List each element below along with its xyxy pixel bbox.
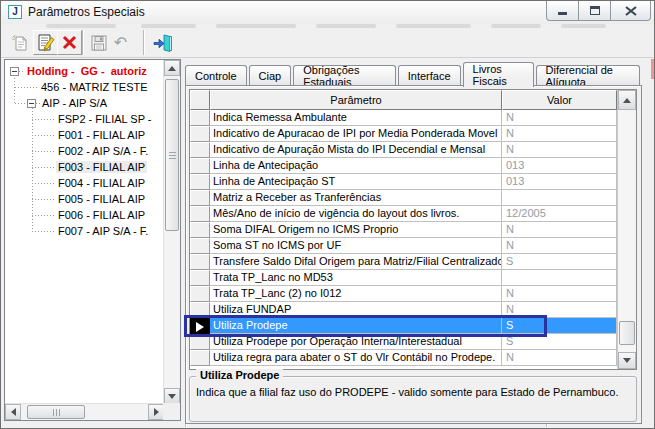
tree-item-label[interactable]: Holding - GG - autoriz <box>25 65 149 77</box>
company-tree: Holding - GG - autoriz 456 - MATRIZ TEST… <box>6 61 163 403</box>
scroll-down-button[interactable] <box>164 388 180 404</box>
tab-ciap[interactable]: Ciap <box>249 65 292 86</box>
tree-item-f002[interactable]: F002 - AIP S/A - F. <box>6 143 163 159</box>
parametros-especiais-window: J Parâmetros Especiais <box>0 0 655 429</box>
scroll-up-button[interactable] <box>618 90 636 110</box>
delete-icon <box>61 34 78 51</box>
window-controls <box>547 1 651 21</box>
window-title: Parâmetros Especiais <box>28 5 145 19</box>
tree-item-fsp2[interactable]: FSP2 - FILIAL SP - <box>6 111 163 127</box>
tree-item-label[interactable]: F003 - FILIAL AIP <box>56 161 147 173</box>
tree-item-label[interactable]: F004 - FILIAL AIP <box>56 177 147 189</box>
tree-connector-line <box>14 75 15 104</box>
tree-item-aip[interactable]: AIP - AIP S/A <box>6 95 163 111</box>
app-icon: J <box>8 5 22 19</box>
tree-item-label[interactable]: 456 - MATRIZ TESTE <box>39 81 150 93</box>
table-row[interactable]: Mês/Ano de início de vigência do layout … <box>190 206 636 222</box>
tab-diferencial-de-aliquota[interactable]: Diferencial de Alíquota <box>536 65 640 86</box>
table-row[interactable]: Trata TP_Lanc no MD53 <box>190 270 636 286</box>
tree-item-f004[interactable]: F004 - FILIAL AIP <box>6 175 163 191</box>
tree-item-label[interactable]: F007 - AIP S/A - F. <box>56 225 150 237</box>
toolbar-separator <box>82 30 84 55</box>
grid-header: Parâmetro Valor <box>190 90 636 110</box>
exit-icon <box>152 33 174 53</box>
tree-item-f006[interactable]: F006 - FILIAL AIP <box>6 207 163 223</box>
background-red-edge <box>651 59 654 79</box>
close-button[interactable] <box>610 1 651 21</box>
table-row[interactable]: Soma ST no ICMS por UF N <box>190 238 636 254</box>
new-record-button[interactable] <box>7 30 32 55</box>
minimize-button[interactable] <box>546 1 579 21</box>
restore-icon <box>590 6 600 15</box>
restore-button[interactable] <box>578 1 611 21</box>
minimize-icon <box>558 12 567 15</box>
table-row[interactable]: Utiliza Prodepe por Operação Interna/Int… <box>190 334 636 350</box>
up-arrow-icon <box>623 98 631 103</box>
tree-item-label[interactable]: AIP - AIP S/A <box>40 97 109 109</box>
table-row[interactable]: Indicativo de Apuração Mista do IPI Dece… <box>190 142 636 158</box>
table-row[interactable]: Matriz a Receber as Tranferências <box>190 190 636 206</box>
table-row[interactable]: Soma DIFAL Origem no ICMS Proprio N <box>190 222 636 238</box>
detail-title: Utiliza Prodepe <box>196 369 283 381</box>
tab-controle[interactable]: Controle <box>185 65 247 86</box>
scroll-left-button[interactable] <box>5 404 21 420</box>
delete-button[interactable] <box>57 30 82 55</box>
collapse-icon[interactable] <box>10 67 19 76</box>
tree-item-label[interactable]: F006 - FILIAL AIP <box>56 209 147 221</box>
row-pointer-icon <box>196 322 204 332</box>
tree-item-label[interactable]: FSP2 - FILIAL SP - <box>56 113 154 125</box>
up-arrow-icon <box>168 66 176 71</box>
indicator-column-header <box>190 90 210 110</box>
table-row[interactable]: Indicativo de Apuracao de IPI por Media … <box>190 126 636 142</box>
table-row[interactable]: Linha de Antecipação 013 <box>190 158 636 174</box>
table-row-selected[interactable]: Utiliza Prodepe S <box>190 318 636 334</box>
parameters-tab-control: Controle Ciap Obrigações Estaduais Inter… <box>185 61 642 424</box>
tree-item-f007[interactable]: F007 - AIP S/A - F. <box>6 223 163 239</box>
table-row[interactable]: Utiliza FUNDAP N <box>190 302 636 318</box>
livros-fiscais-page: Parâmetro Valor Indica Remessa Ambulante… <box>185 85 642 424</box>
table-row[interactable]: Transfere Saldo Difal Origem para Matriz… <box>190 254 636 270</box>
grid-vertical-scrollbar[interactable] <box>617 90 636 369</box>
title-bar[interactable]: J Parâmetros Especiais <box>1 1 654 24</box>
edit-icon <box>36 33 55 52</box>
tree-item-f003[interactable]: F003 - FILIAL AIP <box>6 159 163 175</box>
parameters-grid: Parâmetro Valor Indica Remessa Ambulante… <box>189 89 637 370</box>
tree-item-label[interactable]: F005 - FILIAL AIP <box>56 193 147 205</box>
table-row[interactable]: Trata TP_Lanc (2) no I012 N <box>190 286 636 302</box>
table-row[interactable]: Utiliza regra para abater o ST do Vlr Co… <box>190 350 636 366</box>
tree-item-matriz-teste[interactable]: 456 - MATRIZ TESTE <box>6 79 163 95</box>
close-icon <box>625 6 637 16</box>
tab-interface[interactable]: Interface <box>398 65 461 86</box>
tree-item-label[interactable]: F001 - FILIAL AIP <box>56 129 147 141</box>
parameter-detail-box: Utiliza Prodepe Indica que a filial faz … <box>189 376 637 422</box>
undo-button[interactable]: ↶ <box>108 30 133 55</box>
scroll-up-button[interactable] <box>164 60 180 76</box>
exit-button[interactable] <box>150 30 175 55</box>
scroll-right-button[interactable] <box>148 404 164 420</box>
tree-item-f001[interactable]: F001 - FILIAL AIP <box>6 127 163 143</box>
param-column-header[interactable]: Parâmetro <box>210 90 502 110</box>
scrollbar-thumb[interactable] <box>165 79 179 231</box>
tree-connector-line <box>32 108 33 232</box>
company-tree-panel: Holding - GG - autoriz 456 - MATRIZ TEST… <box>4 59 181 421</box>
tree-item-holding[interactable]: Holding - GG - autoriz <box>6 63 163 79</box>
tab-strip: Controle Ciap Obrigações Estaduais Inter… <box>185 61 642 86</box>
tree-vertical-scrollbar[interactable] <box>163 60 180 404</box>
scrollbar-thumb[interactable] <box>619 321 635 345</box>
tree-horizontal-scrollbar[interactable] <box>5 403 164 420</box>
table-row[interactable]: Indica Remessa Ambulante N <box>190 110 636 126</box>
new-record-icon <box>11 34 29 52</box>
edit-button[interactable] <box>33 30 58 55</box>
left-arrow-icon <box>11 408 16 416</box>
scrollbar-thumb[interactable] <box>27 405 85 419</box>
scroll-down-button[interactable] <box>618 352 636 369</box>
down-arrow-icon <box>623 358 631 363</box>
tree-item-f005[interactable]: F005 - FILIAL AIP <box>6 191 163 207</box>
table-row[interactable]: Linha de Antecipação ST 013 <box>190 174 636 190</box>
valor-column-header[interactable]: Valor <box>502 90 617 110</box>
tree-item-label[interactable]: F002 - AIP S/A - F. <box>56 145 150 157</box>
tab-obrigacoes-estaduais[interactable]: Obrigações Estaduais <box>293 65 396 86</box>
collapse-icon[interactable] <box>27 99 36 108</box>
toolbar: ↶ <box>2 28 653 58</box>
tab-livros-fiscais[interactable]: Livros Fiscais <box>463 62 534 87</box>
